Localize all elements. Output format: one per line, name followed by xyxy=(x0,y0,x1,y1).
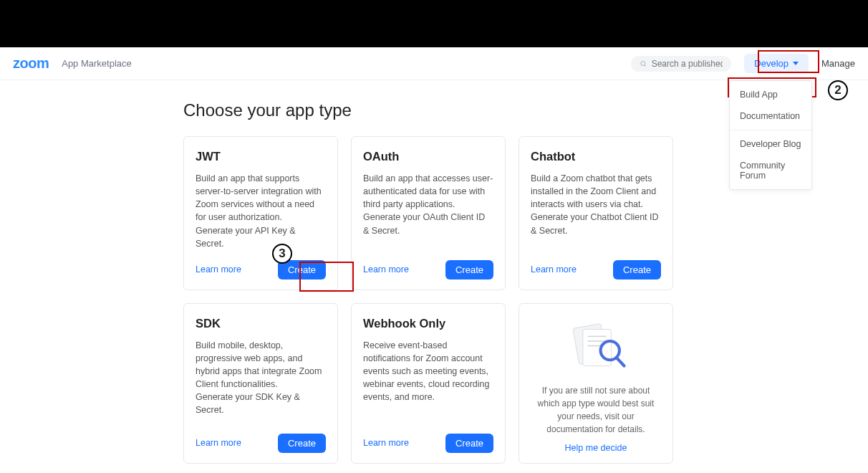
svg-line-1 xyxy=(645,64,646,66)
zoom-logo: zoom xyxy=(13,55,49,72)
card-webhook-learn-more[interactable]: Learn more xyxy=(363,438,409,448)
card-jwt: JWT Build an app that supports server-to… xyxy=(183,136,338,290)
card-oauth-title: OAuth xyxy=(363,150,493,163)
app-type-grid: JWT Build an app that supports server-to… xyxy=(183,136,685,464)
dropdown-documentation[interactable]: Documentation xyxy=(730,105,811,127)
header-bar: zoom App Marketplace Develop Manage xyxy=(0,47,868,80)
dropdown-separator xyxy=(730,130,811,130)
card-chatbot: Chatbot Build a Zoom chatbot that gets i… xyxy=(519,136,673,290)
card-oauth: OAuth Build an app that accesses user-au… xyxy=(351,136,506,290)
annotation-step-3: 3 xyxy=(272,244,292,264)
card-help: If you are still not sure about which ap… xyxy=(519,303,673,464)
card-webhook-desc: Receive event-based notifications for Zo… xyxy=(363,339,493,404)
card-chatbot-create-button[interactable]: Create xyxy=(613,260,661,280)
page-title: Choose your app type xyxy=(183,100,685,120)
card-sdk-learn-more[interactable]: Learn more xyxy=(196,438,241,448)
card-oauth-desc: Build an app that accesses user-authenti… xyxy=(363,172,493,237)
card-chatbot-desc: Build a Zoom chatbot that gets installed… xyxy=(531,172,661,237)
card-webhook-create-button[interactable]: Create xyxy=(445,434,493,453)
develop-dropdown-button[interactable]: Develop xyxy=(744,54,809,73)
dropdown-build-app[interactable]: Build App xyxy=(730,84,811,105)
develop-dropdown-menu: Build App Documentation Developer Blog C… xyxy=(729,80,812,190)
svg-line-8 xyxy=(617,358,625,366)
help-illustration xyxy=(560,321,632,374)
help-text: If you are still not sure about which ap… xyxy=(531,384,661,436)
search-field[interactable] xyxy=(631,56,731,72)
main-content: Choose your app type JWT Build an app th… xyxy=(183,100,685,464)
dropdown-developer-blog[interactable]: Developer Blog xyxy=(730,133,811,155)
card-jwt-desc: Build an app that supports server-to-ser… xyxy=(196,172,326,250)
card-sdk-title: SDK xyxy=(196,317,326,330)
chevron-down-icon xyxy=(793,62,799,65)
search-icon xyxy=(640,59,647,68)
dropdown-community-forum[interactable]: Community Forum xyxy=(730,155,811,186)
svg-point-0 xyxy=(641,61,645,65)
annotation-step-2: 2 xyxy=(828,80,848,100)
card-jwt-learn-more[interactable]: Learn more xyxy=(196,264,241,274)
card-webhook: Webhook Only Receive event-based notific… xyxy=(351,303,506,464)
manage-link[interactable]: Manage xyxy=(821,58,855,69)
card-jwt-title: JWT xyxy=(196,150,326,163)
card-chatbot-learn-more[interactable]: Learn more xyxy=(531,264,577,274)
develop-label: Develop xyxy=(754,58,789,69)
help-me-decide-link[interactable]: Help me decide xyxy=(565,443,627,453)
card-sdk: SDK Build mobile, desktop, progressive w… xyxy=(183,303,338,464)
card-oauth-learn-more[interactable]: Learn more xyxy=(363,264,409,274)
card-sdk-desc: Build mobile, desktop, progressive web a… xyxy=(196,339,326,417)
card-webhook-title: Webhook Only xyxy=(363,317,493,330)
card-oauth-create-button[interactable]: Create xyxy=(445,260,493,280)
top-black-bar xyxy=(0,0,868,47)
card-chatbot-title: Chatbot xyxy=(531,150,661,163)
marketplace-label: App Marketplace xyxy=(62,58,132,69)
search-input[interactable] xyxy=(652,59,723,69)
card-sdk-create-button[interactable]: Create xyxy=(278,434,326,453)
